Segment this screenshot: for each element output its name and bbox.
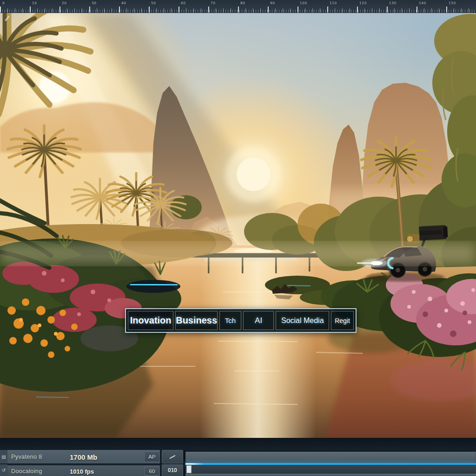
track-1-button[interactable]: AP [144, 451, 160, 462]
ruler-label: 140 [419, 1, 426, 5]
ruler-label: 90 [270, 1, 275, 5]
counter-button[interactable]: 010 [162, 464, 183, 476]
timeline-ruler[interactable]: 0102030405060708090100110120130140150 [0, 0, 476, 13]
video-editor-window: { "ruler": { "labels": ["0","10","20","3… [0, 0, 476, 476]
caption-item-tch[interactable]: Tch [219, 311, 241, 330]
track-2-label: Doocaloing [11, 468, 42, 475]
caption-item-inovation[interactable]: Inovation [128, 311, 173, 330]
ruler-major-ticks [0, 7, 476, 13]
track-row-1[interactable]: Pyvateno 8 1700 Mb AP [7, 450, 160, 463]
ruler-label: 20 [62, 1, 67, 5]
caption-item-social-media[interactable]: Social Media [276, 311, 329, 330]
caption-item-business[interactable]: Business [175, 311, 218, 330]
ruler-label: 120 [359, 1, 367, 5]
slash-icon [169, 455, 175, 458]
ruler-label: 110 [330, 1, 337, 5]
ruler-label: 100 [300, 1, 307, 5]
ruler-label: 30 [92, 1, 97, 5]
caption-item-ai[interactable]: AI [243, 311, 274, 330]
track-2-button[interactable]: 60 [144, 467, 160, 476]
preview-canvas[interactable]: Inovation Business Tch AI Social Media R… [0, 13, 476, 438]
ruler-label: 40 [121, 1, 126, 5]
track-row-2[interactable]: Doocaloing 1010 fps 60 [7, 464, 160, 476]
timeline-lower-track[interactable] [185, 465, 476, 474]
caption-bar: Inovation Business Tch AI Social Media R… [125, 308, 357, 333]
track-2-value: 1010 fps [70, 468, 94, 475]
panel-top-strip [0, 438, 476, 450]
ruler-label: 10 [32, 1, 37, 5]
track-1-label: Pyvateno 8 [11, 454, 42, 460]
playhead[interactable] [186, 465, 192, 473]
ruler-label: 80 [240, 1, 245, 5]
ruler-label: 150 [449, 1, 456, 5]
slash-tool-button[interactable] [162, 450, 183, 463]
track-1-value: 1700 Mb [70, 453, 97, 461]
ruler-label: 0 [2, 1, 5, 5]
loop-icon[interactable]: ↺ [0, 464, 7, 476]
ruler-label: 70 [211, 1, 216, 5]
ruler-label: 130 [389, 1, 397, 5]
timeline-footer-strip [185, 474, 476, 476]
timeline-upper-track[interactable] [185, 452, 476, 463]
scene-image [0, 13, 476, 438]
ruler-label: 60 [181, 1, 186, 5]
clip-icon[interactable]: ▤ [0, 450, 7, 463]
timeline-panel: ▤ ↺ Pyvateno 8 1700 Mb AP Doocaloing 101… [0, 438, 476, 476]
haze [0, 243, 476, 264]
caption-item-regit[interactable]: Regit [331, 311, 354, 330]
ruler-label: 50 [151, 1, 156, 5]
